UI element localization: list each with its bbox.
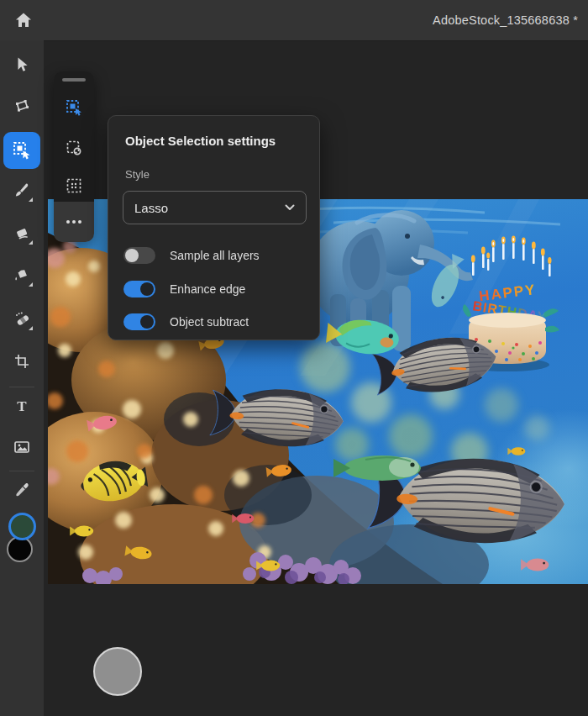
lasso-tool[interactable]: [10, 95, 34, 118]
toggle-label: Object subtract: [170, 315, 249, 329]
magic-wand-icon: [64, 176, 84, 196]
quick-selection-icon: [64, 138, 84, 158]
enhance-edge-toggle[interactable]: [123, 281, 155, 297]
tool-options-button[interactable]: [54, 202, 94, 242]
paint-bucket-tool[interactable]: [10, 264, 34, 287]
sample-all-layers-toggle[interactable]: [123, 247, 155, 264]
photoshop-window: AdobeStock_135668638 *: [0, 0, 588, 716]
toolbar-divider: [9, 471, 34, 471]
flyout-quick-selection-tool[interactable]: [64, 138, 84, 158]
type-tool[interactable]: T: [10, 394, 34, 418]
eraser-tool[interactable]: [10, 222, 34, 245]
style-dropdown[interactable]: Lasso: [123, 191, 307, 224]
healing-brush-tool[interactable]: [10, 308, 34, 331]
toggle-label: Enhance edge: [170, 282, 245, 296]
toggle-row-enhance-edge: Enhance edge: [123, 280, 245, 298]
tool-bar: T: [0, 40, 44, 716]
move-tool[interactable]: [10, 53, 34, 76]
object-selection-icon: [11, 140, 33, 161]
type-icon: T: [12, 396, 32, 416]
toggle-knob: [140, 315, 154, 329]
object-selection-tool[interactable]: [3, 132, 40, 169]
flyout-tool-list: [54, 71, 94, 202]
brush-size-cursor: [93, 647, 142, 696]
drag-handle[interactable]: [62, 78, 86, 82]
style-dropdown-value: Lasso: [134, 201, 285, 215]
crop-tool[interactable]: [10, 350, 34, 373]
chevron-down-icon: [285, 204, 295, 211]
svg-text:T: T: [17, 398, 27, 414]
selection-tools-flyout: [54, 71, 94, 242]
home-icon: [13, 10, 34, 30]
document-title: AdobeStock_135668638 *: [433, 0, 578, 40]
image-icon: [12, 437, 32, 457]
style-label: Style: [125, 168, 150, 181]
foreground-color-swatch[interactable]: [8, 513, 36, 540]
place-image-tool[interactable]: [10, 435, 34, 459]
crop-icon: [12, 351, 32, 371]
toolbar-divider: [9, 387, 34, 387]
eyedropper-icon: [12, 480, 32, 500]
toggle-label: Sample all layers: [170, 249, 260, 262]
flyout-indicator: [29, 197, 33, 202]
object-selection-icon: [64, 97, 84, 118]
toggle-row-sample-all-layers: Sample all layers: [123, 246, 260, 265]
top-bar: AdobeStock_135668638 *: [0, 0, 588, 41]
object-selection-settings-panel: Object Selection settings Style Lasso Sa…: [108, 115, 320, 340]
lasso-icon: [12, 97, 32, 117]
ellipsis-icon: [66, 220, 70, 224]
toggle-knob: [140, 282, 154, 296]
flyout-object-selection-tool[interactable]: [64, 97, 84, 118]
toggle-row-object-subtract: Object subtract: [123, 313, 249, 331]
eyedropper-tool[interactable]: [10, 478, 34, 502]
flyout-magic-wand-tool[interactable]: [64, 176, 84, 196]
object-subtract-toggle[interactable]: [123, 313, 155, 330]
toggle-knob: [125, 249, 139, 262]
brush-tool[interactable]: [10, 179, 34, 203]
panel-title: Object Selection settings: [125, 134, 276, 148]
home-button[interactable]: [12, 8, 35, 32]
move-icon: [12, 55, 32, 75]
